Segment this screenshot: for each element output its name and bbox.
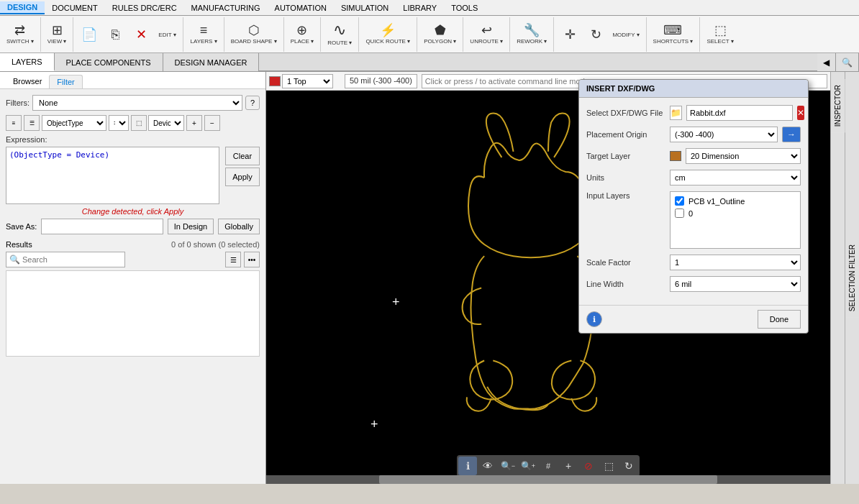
select-file-label: Select DXF/DWG File: [586, 109, 665, 117]
rework-button[interactable]: 🔧 REWORK ▾: [513, 19, 550, 50]
target-layer-select[interactable]: 20 Dimension 1 Top 2 Bottom: [686, 148, 801, 164]
shortcuts-button[interactable]: ⌨ SHORTCUTS ▾: [650, 19, 697, 50]
sub-tab-filter[interactable]: Filter: [49, 75, 82, 88]
help-button[interactable]: ?: [245, 96, 260, 110]
left-panel: Browser Filter Filters: None Custom Save…: [0, 72, 266, 484]
eye-button[interactable]: 👁: [478, 457, 497, 475]
scrollbar-thumb[interactable]: [379, 475, 717, 484]
menu-manufacturing[interactable]: MANUFACTURING: [184, 2, 268, 14]
info-button[interactable]: ℹ: [458, 457, 477, 475]
inspector-tab[interactable]: INSPECTOR: [831, 79, 845, 132]
toolbar-group-rework: 🔧 REWORK ▾: [513, 17, 554, 52]
layer-selector: 1 Top 2 Bottom: [269, 74, 333, 88]
done-button[interactable]: Done: [758, 310, 801, 329]
expression-textarea[interactable]: (ObjectType = Device): [6, 147, 219, 204]
search-input[interactable]: [6, 252, 125, 267]
panel-content: Filters: None Custom Saved ? ≡ ☰ ObjectT…: [0, 89, 265, 484]
apply-button[interactable]: Apply: [225, 168, 260, 186]
more-options-btn[interactable]: •••: [244, 252, 260, 267]
cond-list-btn[interactable]: ≡: [6, 115, 22, 131]
toolbar-group-select: ⬚ SELECT ▾: [703, 17, 740, 52]
panel-expand-btn[interactable]: 🔍: [836, 53, 859, 71]
layer-checkbox-0-input[interactable]: [675, 209, 684, 218]
route-button[interactable]: ∿ ROUTE ▾: [324, 19, 355, 50]
layer-color-swatch: [269, 76, 281, 86]
quick-route-button[interactable]: ⚡ QUICK ROUTE ▾: [362, 19, 414, 50]
tab-layers[interactable]: LAYERS: [0, 53, 55, 71]
layer-dropdown[interactable]: 1 Top 2 Bottom: [282, 74, 333, 88]
save-as-label: Save As:: [6, 222, 37, 231]
target-layer-color: [670, 151, 681, 161]
value-select[interactable]: Devic: [148, 115, 184, 131]
file-browse-button[interactable]: 📁: [670, 106, 682, 120]
select-mode-button[interactable]: ⬚: [599, 457, 618, 475]
units-select[interactable]: cm mm mil inch: [670, 170, 801, 185]
grid-button[interactable]: #: [539, 457, 558, 475]
input-layers-box: PCB v1_Outline 0: [670, 191, 801, 249]
stop-button[interactable]: ⊘: [579, 457, 598, 475]
list-view-btn[interactable]: ☰: [225, 252, 241, 267]
cond-list2-btn[interactable]: ☰: [24, 115, 40, 131]
dialog-footer: ℹ Done: [579, 305, 808, 333]
menu-design[interactable]: DESIGN: [0, 1, 45, 14]
operator-select[interactable]: = != <: [109, 115, 129, 131]
modify-dropdown[interactable]: MODIFY ▾: [609, 19, 642, 50]
modify-rotate[interactable]: ↻: [583, 19, 609, 50]
save-as-input[interactable]: [41, 219, 163, 234]
condition-type-select[interactable]: ObjectType NetName Component: [42, 115, 106, 131]
selection-filter-tab[interactable]: SELECTION FILTER: [845, 239, 860, 317]
file-name-input[interactable]: [686, 105, 793, 121]
layer-checkbox-outline: PCB v1_Outline: [675, 196, 796, 206]
placement-origin-select[interactable]: (-300 -400): [670, 127, 778, 142]
copy-button[interactable]: ⎘: [102, 19, 128, 50]
tab-place-components[interactable]: PLACE COMPONENTS: [55, 53, 163, 71]
remove-condition-btn[interactable]: −: [204, 115, 220, 131]
line-width-select[interactable]: 6 mil 1 mil 10 mil: [670, 276, 801, 292]
toolbar-group-place: ⊕ PLACE ▾: [287, 17, 321, 52]
toolbar-group-quick-route: ⚡ QUICK ROUTE ▾: [362, 17, 417, 52]
view-button[interactable]: ⊞ VIEW ▾: [44, 19, 71, 50]
delete-button[interactable]: ✕: [128, 19, 154, 50]
new-button[interactable]: 📄: [76, 19, 102, 50]
place-button[interactable]: ⊕ PLACE ▾: [287, 19, 317, 50]
menu-rules-drc-erc[interactable]: RULES DRC/ERC: [105, 2, 184, 14]
expr-actions: Clear Apply: [225, 147, 260, 204]
select-button[interactable]: ⬚ SELECT ▾: [703, 19, 737, 50]
filters-label: Filters:: [6, 98, 29, 107]
layer-0-label: 0: [688, 209, 693, 218]
globally-button[interactable]: Globally: [218, 219, 260, 234]
menu-simulation[interactable]: SIMULATION: [334, 2, 396, 14]
add-condition-btn[interactable]: +: [186, 115, 202, 131]
scale-factor-select[interactable]: 1 2 0.5: [670, 255, 801, 270]
switch-button[interactable]: ⇄ SWITCH ▾: [3, 19, 37, 50]
board-shape-button[interactable]: ⬡ BOARD SHAPE ▾: [227, 19, 281, 50]
main-layout: Browser Filter Filters: None Custom Save…: [0, 72, 859, 484]
menu-document[interactable]: DOCUMENT: [45, 2, 105, 14]
layers-button[interactable]: ≡ LAYERS ▾: [186, 19, 220, 50]
horizontal-scrollbar[interactable]: [266, 475, 830, 484]
clear-button[interactable]: Clear: [225, 147, 260, 165]
zoom-out-button[interactable]: 🔍−: [499, 457, 517, 475]
add-button[interactable]: +: [559, 457, 578, 475]
menu-automation[interactable]: AUTOMATION: [268, 2, 334, 14]
dialog-title: INSERT DXF/DWG: [579, 80, 808, 98]
menu-library[interactable]: LIBRARY: [396, 2, 444, 14]
placement-origin-go-btn[interactable]: →: [782, 127, 801, 142]
dialog-info-button[interactable]: ℹ: [586, 311, 602, 327]
sub-tab-browser[interactable]: Browser: [6, 75, 49, 88]
in-design-button[interactable]: In Design: [168, 219, 214, 234]
results-header: Results 0 of 0 shown (0 selected): [6, 240, 260, 249]
polygon-button[interactable]: ⬟ POLYGON ▾: [420, 19, 460, 50]
panel-collapse-btn[interactable]: ◀: [817, 53, 836, 71]
tab-design-manager[interactable]: DESIGN MANAGER: [163, 53, 260, 71]
rotate-button[interactable]: ↻: [619, 457, 638, 475]
filters-select[interactable]: None Custom Saved: [32, 95, 242, 111]
edit-dropdown[interactable]: EDIT ▾: [154, 19, 180, 50]
modify-move[interactable]: ✛: [557, 19, 583, 50]
menu-bar: DESIGN DOCUMENT RULES DRC/ERC MANUFACTUR…: [0, 0, 859, 16]
zoom-in-button[interactable]: 🔍+: [519, 457, 537, 475]
menu-tools[interactable]: TOOLS: [444, 2, 485, 14]
unroute-button[interactable]: ↩ UNROUTE ▾: [466, 19, 506, 50]
layer-checkbox-outline-input[interactable]: [675, 196, 684, 206]
file-clear-button[interactable]: ✕: [797, 106, 804, 120]
